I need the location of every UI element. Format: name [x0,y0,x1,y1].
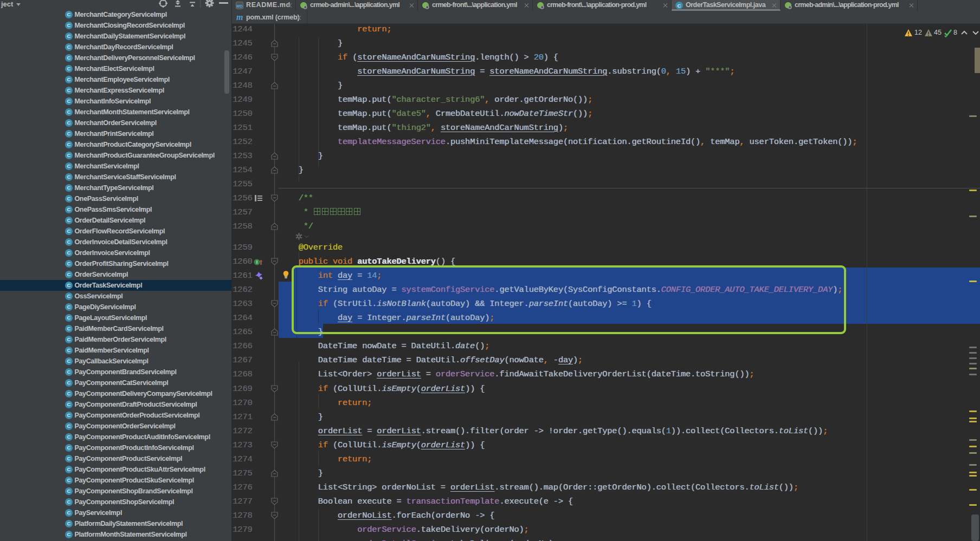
svg-text:MD: MD [237,4,243,8]
svg-text:I: I [256,259,257,265]
svg-text:C: C [678,3,681,9]
